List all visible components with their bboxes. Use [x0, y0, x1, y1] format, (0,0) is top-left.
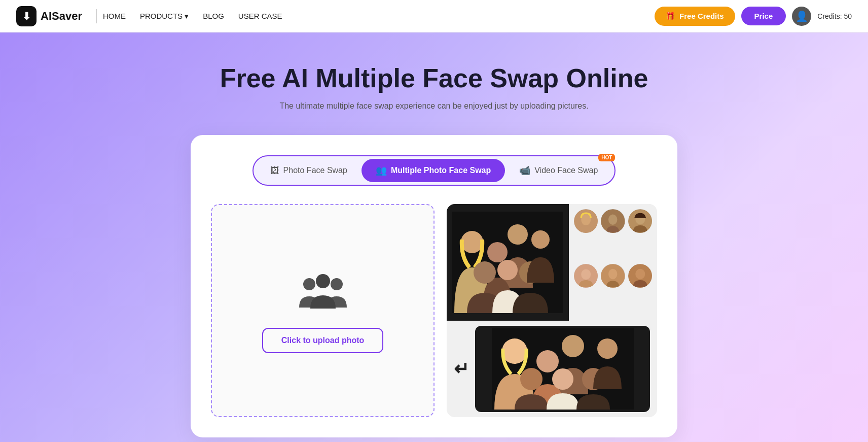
- hero-subtitle: The ultimate multiple face swap experien…: [16, 101, 852, 111]
- group-source-image: [447, 204, 569, 321]
- tabs-bar: 🖼 Photo Face Swap 👥 Multiple Photo Face …: [252, 155, 616, 186]
- navbar: ⬇ AISaver HOME PRODUCTS ▾ BLOG USER CASE…: [0, 0, 868, 32]
- upload-group-icon: [295, 268, 351, 316]
- face-circle-6: [628, 264, 652, 288]
- svg-point-2: [316, 274, 330, 288]
- nav-divider: [96, 9, 97, 23]
- svg-point-26: [536, 350, 559, 372]
- tab-photo-face-swap[interactable]: 🖼 Photo Face Swap: [256, 159, 361, 182]
- svg-point-0: [303, 278, 315, 290]
- nav-products[interactable]: PRODUCTS ▾: [140, 12, 189, 21]
- svg-point-22: [635, 268, 645, 279]
- svg-point-28: [552, 368, 573, 390]
- video-icon: 📹: [519, 165, 530, 176]
- multiple-icon: 👥: [376, 165, 387, 176]
- price-button[interactable]: Price: [741, 7, 786, 25]
- face-circle-3: [628, 209, 652, 233]
- avatar[interactable]: 👤: [792, 7, 811, 26]
- photo-icon: 🖼: [270, 165, 279, 176]
- nav-home[interactable]: HOME: [103, 12, 126, 20]
- nav-blog[interactable]: BLOG: [203, 12, 224, 20]
- tab-video-face-swap[interactable]: 📹 Video Face Swap HOT: [505, 159, 612, 182]
- user-icon: 👤: [795, 10, 808, 22]
- svg-point-25: [562, 335, 584, 357]
- preview-bottom: ↵: [447, 321, 657, 417]
- nav-user-case[interactable]: USER CASE: [238, 12, 282, 20]
- svg-point-30: [597, 338, 618, 359]
- hero-section: Free AI Multiple Face Swap Online The ul…: [0, 32, 868, 442]
- svg-point-24: [502, 338, 527, 364]
- logo-text: AISaver: [41, 10, 82, 23]
- svg-point-12: [581, 214, 591, 225]
- gift-icon: 🎁: [666, 12, 675, 21]
- face-circle-4: [574, 264, 598, 288]
- face-circle-1: [574, 209, 598, 233]
- logo[interactable]: ⬇ AISaver: [16, 6, 82, 26]
- navbar-right: 🎁 Free Credits Price 👤 Credits: 50: [655, 7, 852, 26]
- face-circle-5: [601, 264, 625, 288]
- logo-icon: ⬇: [16, 6, 37, 26]
- svg-point-27: [520, 368, 542, 390]
- chevron-down-icon: ▾: [185, 12, 189, 21]
- face-circles-grid: [569, 204, 657, 321]
- face-circle-2: [601, 209, 625, 233]
- svg-point-5: [508, 224, 528, 245]
- svg-point-1: [331, 278, 343, 290]
- nav-links: HOME PRODUCTS ▾ BLOG USER CASE: [103, 12, 655, 21]
- hero-title: Free AI Multiple Face Swap Online: [16, 63, 852, 93]
- content-area: Click to upload photo: [211, 204, 657, 417]
- preview-panel: ↵: [447, 204, 657, 417]
- credits-count: Credits: 50: [817, 12, 852, 20]
- upload-button[interactable]: Click to upload photo: [262, 328, 384, 353]
- hot-badge: HOT: [598, 154, 615, 161]
- svg-point-6: [487, 242, 508, 262]
- svg-point-14: [608, 214, 617, 225]
- svg-point-18: [581, 269, 591, 280]
- preview-top: [447, 204, 657, 321]
- svg-point-7: [474, 261, 496, 284]
- preview-result-image: [475, 326, 650, 412]
- svg-point-10: [531, 230, 550, 249]
- main-card: 🖼 Photo Face Swap 👥 Multiple Photo Face …: [191, 135, 677, 437]
- svg-point-8: [497, 260, 518, 280]
- tab-multiple-photo-face-swap[interactable]: 👥 Multiple Photo Face Swap: [361, 159, 505, 182]
- upload-panel[interactable]: Click to upload photo: [211, 204, 435, 417]
- arrow-icon: ↵: [454, 358, 469, 380]
- svg-point-20: [608, 268, 617, 279]
- free-credits-button[interactable]: 🎁 Free Credits: [655, 7, 735, 26]
